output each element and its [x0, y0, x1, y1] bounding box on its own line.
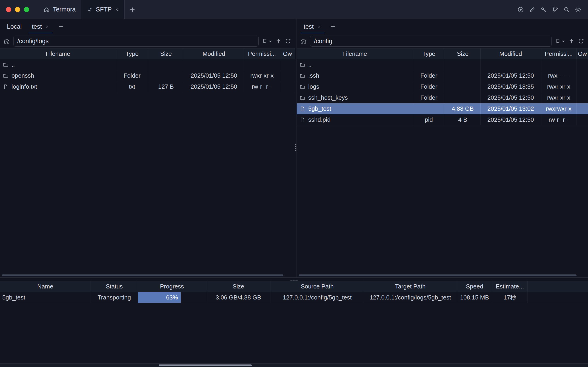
home-icon[interactable] [300, 38, 307, 45]
bottom-scrollbar-thumb[interactable] [159, 365, 252, 366]
column-header[interactable]: Modified [481, 49, 541, 59]
column-header[interactable]: Type [116, 49, 148, 59]
file-icon [299, 117, 306, 123]
column-header[interactable]: Progress [138, 281, 206, 292]
status-cell: Transporting [91, 292, 138, 303]
permissions-cell [541, 59, 577, 70]
file-row[interactable]: ssh_host_keysFolder2025/01/05 12:50rwxr-… [297, 92, 588, 103]
permissions-cell: rwx------ [541, 70, 577, 81]
tab-sftp[interactable]: SFTP [81, 0, 125, 19]
bookmark-icon[interactable] [555, 38, 561, 44]
home-icon [43, 6, 50, 13]
owner-cell [577, 103, 588, 114]
column-header[interactable]: Status [91, 281, 138, 292]
local-pane-tabs: Localtest [0, 19, 295, 34]
column-header[interactable]: Speed [457, 281, 492, 292]
branch-icon[interactable] [552, 6, 559, 13]
folder-icon [299, 95, 306, 101]
path-input[interactable] [310, 36, 552, 47]
transfer-row[interactable]: 5gb_testTransporting63%3.06 GB/4.88 GB12… [0, 292, 588, 303]
column-header[interactable]: Type [413, 49, 445, 59]
file-row[interactable]: loginfo.txttxt127 B2025/01/05 12:50rw-r-… [0, 81, 295, 92]
settings-icon[interactable] [575, 6, 581, 13]
horizontal-scrollbar-thumb[interactable] [298, 275, 577, 276]
filename-cell: .ssh [297, 70, 413, 81]
refresh-icon[interactable] [578, 38, 584, 44]
column-header[interactable]: Filename [297, 49, 413, 59]
horizontal-splitter[interactable] [0, 277, 588, 281]
bookmark-icon[interactable] [262, 38, 268, 44]
remote-pane-tabs: test [297, 19, 588, 34]
modified-cell: 2025/01/05 12:50 [481, 114, 541, 125]
modified-cell: 2025/01/05 13:02 [481, 103, 541, 114]
new-pane-tab-button[interactable] [326, 19, 340, 34]
column-header[interactable]: Target Path [364, 281, 457, 292]
pane-tab-label: test [304, 23, 314, 30]
file-row[interactable]: 5gb_test4.88 GB2025/01/05 13:02rwxrwxr-x [297, 103, 588, 114]
tab-termora[interactable]: Termora [38, 0, 81, 19]
column-header[interactable]: Permissi... [541, 49, 577, 59]
owner-cell [280, 81, 295, 92]
column-header[interactable]: Name [0, 281, 91, 292]
path-input[interactable] [13, 36, 259, 47]
pane-tab-local[interactable]: Local [2, 19, 27, 34]
tab-label: Termora [53, 6, 76, 13]
column-header[interactable]: Filename [0, 49, 116, 59]
column-header[interactable]: Ow [280, 49, 295, 59]
column-header[interactable]: Source Path [271, 281, 364, 292]
column-header[interactable]: Modified [184, 49, 244, 59]
column-header[interactable]: Estimate... [492, 281, 528, 292]
file-row[interactable]: .sshFolder2025/01/05 12:50rwx------ [297, 70, 588, 81]
column-header[interactable]: Size [148, 49, 184, 59]
column-header[interactable]: Ow [577, 49, 588, 59]
new-pane-tab-button[interactable] [54, 19, 68, 34]
bottom-scrollbar [0, 363, 588, 367]
new-tab-button[interactable] [125, 0, 140, 19]
record-icon[interactable] [517, 6, 524, 13]
parent-directory-icon[interactable] [568, 38, 575, 44]
parent-directory-icon[interactable] [275, 38, 281, 44]
speed-cell: 108.15 MB [457, 292, 492, 303]
close-window-button[interactable] [6, 7, 11, 12]
edit-icon[interactable] [529, 6, 536, 13]
permissions-cell: rwxr-xr-x [244, 70, 280, 81]
modified-cell [481, 59, 541, 70]
column-header[interactable]: Permissi... [244, 49, 280, 59]
owner-cell [280, 59, 295, 70]
close-icon[interactable] [317, 25, 321, 29]
chevron-down-icon[interactable] [268, 40, 272, 43]
target-path-cell: 127.0.0.1:/config/logs/5gb_test [364, 292, 457, 303]
file-row[interactable]: sshd.pidpid4 B2025/01/05 12:50rw-r--r-- [297, 114, 588, 125]
table-header: FilenameTypeSizeModifiedPermissi...Ow [0, 48, 295, 59]
close-icon[interactable] [45, 25, 49, 29]
local-pathbar [0, 34, 295, 48]
minimize-window-button[interactable] [15, 7, 20, 12]
pane-tab-test[interactable]: test [27, 19, 54, 34]
file-row[interactable]: .. [0, 59, 295, 70]
key-icon[interactable] [540, 6, 547, 13]
termora-window: Termora SFTP [0, 0, 588, 367]
horizontal-scrollbar-thumb[interactable] [2, 275, 283, 276]
column-header[interactable]: Size [445, 49, 481, 59]
file-row[interactable]: .. [297, 59, 588, 70]
file-row[interactable]: opensshFolder2025/01/05 12:50rwxr-xr-x [0, 70, 295, 81]
close-icon[interactable] [115, 8, 119, 12]
vertical-splitter[interactable] [295, 19, 297, 277]
transfers-panel: NameStatusProgressSizeSource PathTarget … [0, 281, 588, 303]
search-icon[interactable] [563, 6, 570, 13]
transfer-icon [87, 7, 93, 13]
progress-cell: 63% [138, 292, 206, 303]
refresh-icon[interactable] [285, 38, 291, 44]
fullscreen-window-button[interactable] [24, 7, 29, 12]
table-body: ...sshFolder2025/01/05 12:50rwx------log… [297, 59, 588, 277]
name-cell: 5gb_test [0, 292, 91, 303]
column-header[interactable]: Size [206, 281, 271, 292]
home-icon[interactable] [3, 38, 10, 45]
type-cell [116, 59, 148, 70]
chevron-down-icon[interactable] [562, 40, 565, 43]
type-cell: Folder [413, 81, 445, 92]
local-pane: Localtest [0, 19, 295, 277]
file-row[interactable]: logsFolder2025/01/05 18:35rwxr-xr-x [297, 81, 588, 92]
pane-tab-test[interactable]: test [298, 19, 326, 34]
owner-cell [577, 70, 588, 81]
